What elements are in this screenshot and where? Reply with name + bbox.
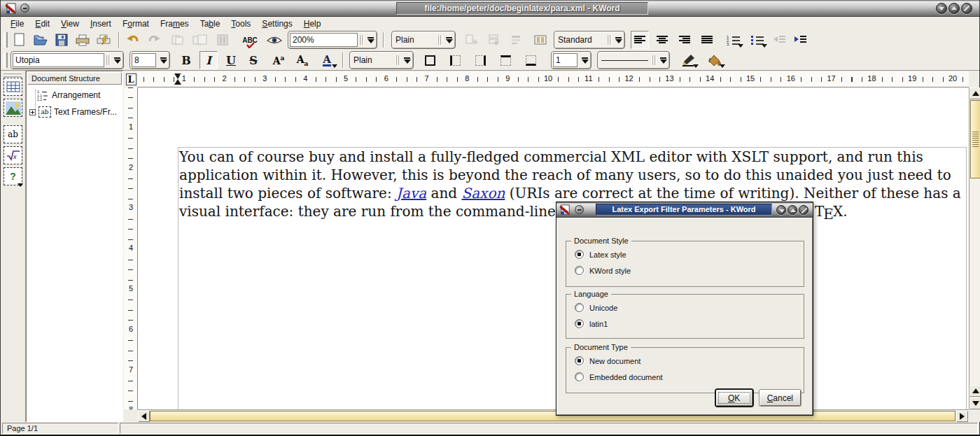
frame-style-value[interactable]: Plain bbox=[350, 52, 396, 69]
window-minimize-icon[interactable] bbox=[936, 3, 947, 14]
cancel-button[interactable]: Cancel bbox=[760, 390, 801, 406]
insert-formula-frame-button[interactable] bbox=[531, 31, 550, 49]
tree-item-text-frames[interactable]: ab Text Frames/Fr... bbox=[29, 106, 117, 118]
vertical-scrollbar-thumb[interactable] bbox=[970, 100, 980, 178]
toolbar-grip[interactable] bbox=[4, 52, 8, 68]
tree-expander-icon[interactable] bbox=[29, 109, 36, 115]
border-bottom-button[interactable] bbox=[522, 51, 540, 69]
autoformat-button[interactable] bbox=[264, 31, 285, 49]
radio-latin1[interactable]: latin1 bbox=[575, 319, 608, 328]
border-width-value[interactable]: 1 bbox=[553, 53, 578, 67]
document-line[interactable]: You can of course buy and install a full… bbox=[179, 148, 965, 166]
strikethrough-button[interactable]: S bbox=[244, 51, 262, 69]
border-style-combo[interactable] bbox=[597, 51, 670, 69]
align-justify-button[interactable] bbox=[698, 31, 716, 49]
dialog-titlebar[interactable]: Latex Export Filter Parameters - KWord bbox=[556, 202, 813, 218]
zoom-combo[interactable]: 200% bbox=[288, 31, 377, 49]
window-minimize-icon[interactable] bbox=[776, 205, 786, 215]
background-color-button[interactable] bbox=[704, 51, 726, 69]
menu-help[interactable]: Help bbox=[298, 19, 327, 29]
radio-unselected-icon[interactable] bbox=[575, 303, 584, 312]
subscript-button[interactable]: Aa bbox=[292, 51, 313, 69]
align-center-button[interactable] bbox=[653, 31, 671, 49]
scroll-up-button-bottom[interactable] bbox=[969, 385, 980, 397]
paste-frame-button[interactable] bbox=[214, 31, 232, 49]
document-page[interactable]: You can of course buy and install a full… bbox=[138, 87, 969, 409]
document-line[interactable]: install two pieces of software: Java and… bbox=[179, 184, 965, 202]
combo-arrow-icon[interactable] bbox=[365, 31, 377, 48]
border-color-dropdown-icon[interactable] bbox=[693, 64, 699, 68]
insert-picture-button[interactable] bbox=[4, 99, 22, 117]
numbered-list-dropdown-icon[interactable] bbox=[738, 44, 743, 48]
border-top-button[interactable] bbox=[496, 51, 514, 69]
insert-contents-button[interactable]: ✳ bbox=[485, 31, 503, 49]
font-color-button[interactable]: A bbox=[316, 51, 338, 69]
menu-frames[interactable]: Frames bbox=[155, 19, 195, 29]
insert-variable-button[interactable] bbox=[507, 31, 526, 49]
window-maximize-icon[interactable] bbox=[788, 205, 797, 215]
decrease-indent-button[interactable] bbox=[771, 31, 789, 49]
align-left-button[interactable] bbox=[631, 31, 649, 49]
window-close-icon[interactable] bbox=[799, 205, 808, 215]
font-size-combo[interactable]: 8 bbox=[130, 51, 170, 69]
font-size-value[interactable]: 8 bbox=[132, 53, 156, 67]
scroll-down-button[interactable] bbox=[969, 397, 980, 409]
menu-file[interactable]: File bbox=[5, 19, 29, 29]
italic-button[interactable]: I bbox=[200, 51, 218, 69]
background-color-dropdown-icon[interactable] bbox=[720, 64, 725, 68]
numbered-list-button[interactable]: 1.2.3. bbox=[723, 31, 744, 49]
insert-table-button[interactable] bbox=[4, 78, 22, 96]
undo-button[interactable] bbox=[124, 31, 142, 49]
toolbar-grip[interactable] bbox=[4, 32, 8, 48]
horizontal-scrollbar-thumb[interactable] bbox=[150, 411, 955, 421]
radio-selected-icon[interactable] bbox=[575, 356, 584, 365]
border-color-button[interactable] bbox=[677, 51, 699, 69]
copy-frame-button[interactable] bbox=[191, 31, 209, 49]
paragraph-style-value[interactable]: Plain bbox=[392, 31, 438, 48]
frame-style-combo[interactable]: Plain bbox=[349, 51, 414, 69]
border-outline-button[interactable] bbox=[421, 51, 439, 69]
new-document-button[interactable] bbox=[10, 31, 29, 49]
radio-selected-icon[interactable] bbox=[575, 319, 584, 328]
border-right-button[interactable] bbox=[471, 51, 489, 69]
window-menu-button[interactable] bbox=[20, 3, 29, 13]
style-list-combo[interactable]: Standard bbox=[554, 31, 625, 49]
radio-embedded-document[interactable]: Embedded document bbox=[575, 372, 663, 381]
print-button[interactable] bbox=[74, 31, 92, 49]
menu-tools[interactable]: Tools bbox=[225, 19, 256, 29]
print-preview-button[interactable] bbox=[94, 31, 113, 49]
menu-edit[interactable]: Edit bbox=[29, 19, 55, 29]
menu-table[interactable]: Table bbox=[195, 19, 226, 29]
insert-object-button[interactable]: ? bbox=[4, 167, 22, 185]
vertical-ruler[interactable]: 12345678 bbox=[124, 87, 138, 409]
scroll-up-button[interactable] bbox=[969, 87, 980, 99]
menu-insert[interactable]: Insert bbox=[85, 19, 117, 29]
vertical-scrollbar[interactable] bbox=[969, 87, 980, 409]
font-value[interactable]: Utopia bbox=[13, 53, 104, 67]
border-width-combo[interactable]: 1 bbox=[551, 51, 592, 69]
tab-type-selector[interactable]: L bbox=[124, 71, 138, 87]
bullet-list-dropdown-icon[interactable] bbox=[762, 44, 767, 48]
style-list-value[interactable]: Standard bbox=[554, 31, 607, 48]
combo-arrow-icon[interactable] bbox=[579, 52, 591, 69]
window-maximize-icon[interactable] bbox=[948, 3, 960, 14]
ok-button[interactable]: OK bbox=[716, 390, 752, 406]
combo-arrow-icon[interactable] bbox=[657, 52, 669, 69]
radio-unselected-icon[interactable] bbox=[575, 372, 584, 381]
combo-arrow-icon[interactable] bbox=[443, 31, 455, 48]
radio-unselected-icon[interactable] bbox=[575, 266, 584, 275]
document-structure-header[interactable]: Document Structure bbox=[27, 72, 122, 85]
combo-arrow-icon[interactable] bbox=[612, 31, 624, 48]
bullet-list-button[interactable] bbox=[747, 31, 768, 49]
horizontal-ruler[interactable]: 1234567891011121314151617181920 bbox=[138, 71, 969, 87]
radio-unicode[interactable]: Unicode bbox=[575, 303, 617, 312]
insert-formula-button[interactable]: x bbox=[4, 146, 22, 164]
window-close-icon[interactable] bbox=[961, 3, 972, 14]
radio-latex-style[interactable]: Latex style bbox=[575, 250, 626, 259]
font-combo[interactable]: Utopia bbox=[10, 51, 124, 69]
combo-arrow-icon[interactable] bbox=[401, 52, 413, 69]
radio-selected-icon[interactable] bbox=[575, 250, 584, 259]
bold-button[interactable]: B bbox=[177, 51, 195, 69]
insert-text-frame-button[interactable]: ab bbox=[4, 125, 22, 143]
save-button[interactable] bbox=[52, 31, 71, 49]
